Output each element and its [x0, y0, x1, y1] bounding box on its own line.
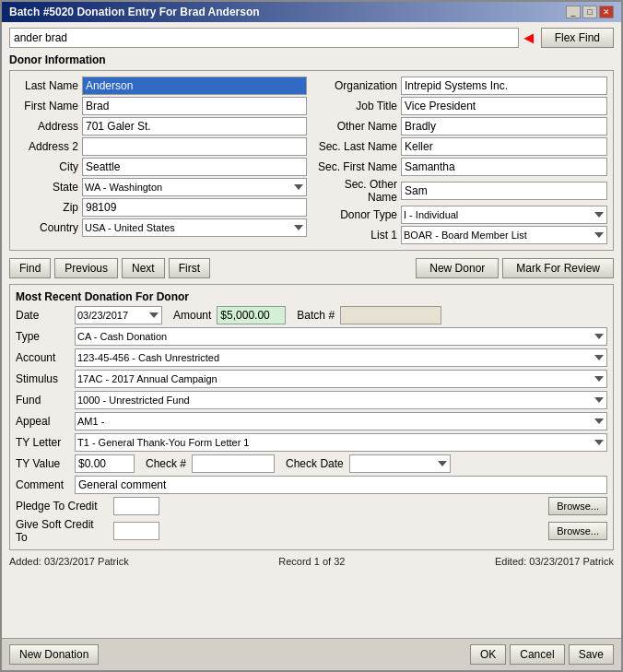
zip-row: Zip — [16, 198, 307, 217]
last-name-label: Last Name — [16, 79, 78, 92]
job-row: Job Title — [316, 97, 607, 115]
fund-label: Fund — [16, 394, 69, 407]
state-select[interactable]: WA - Washington — [82, 178, 307, 196]
org-input[interactable] — [401, 77, 607, 95]
sec-first-input[interactable] — [401, 158, 607, 176]
address2-input[interactable] — [82, 137, 307, 156]
maximize-button[interactable]: □ — [582, 6, 597, 18]
first-name-row: First Name — [16, 97, 307, 115]
sec-first-row: Sec. First Name — [316, 158, 607, 176]
donor-type-label: Donor Type — [316, 208, 397, 221]
type-row: Type CA - Cash Donation — [16, 327, 607, 346]
list1-row: List 1 BOAR - Board Member List — [316, 226, 607, 244]
title-bar: Batch #5020 Donation Entry For Brad Ande… — [2, 2, 621, 22]
date-label: Date — [16, 309, 69, 322]
sec-last-input[interactable] — [401, 137, 607, 156]
stimulus-select[interactable]: 17AC - 2017 Annual Campaign — [75, 370, 607, 388]
org-row: Organization — [316, 77, 607, 95]
mark-review-button[interactable]: Mark For Review — [502, 258, 614, 278]
edited-value: 03/23/2017 Patrick — [529, 556, 614, 567]
ty-value-input[interactable] — [75, 454, 135, 473]
soft-credit-input[interactable] — [113, 522, 159, 540]
comment-row: Comment — [16, 476, 607, 494]
job-input[interactable] — [401, 97, 607, 115]
stimulus-label: Stimulus — [16, 372, 69, 385]
soft-credit-row: Give Soft Credit To Browse... — [16, 518, 607, 544]
state-label: State — [16, 181, 78, 194]
minimize-button[interactable]: _ — [566, 6, 581, 18]
account-select[interactable]: 123-45-456 - Cash Unrestricted — [75, 348, 607, 367]
flex-find-button[interactable]: Flex Find — [541, 28, 614, 48]
type-label: Type — [16, 330, 69, 343]
donor-type-select[interactable]: I - Individual — [401, 206, 607, 224]
other-name-input[interactable] — [401, 117, 607, 136]
batch-label: Batch # — [297, 309, 335, 322]
ty-letter-select[interactable]: T1 - General Thank-You Form Letter 1 — [75, 433, 607, 452]
list1-label: List 1 — [316, 229, 397, 242]
country-row: Country USA - United States — [16, 218, 307, 237]
appeal-select[interactable]: AM1 - — [75, 412, 607, 430]
batch-input[interactable] — [340, 306, 441, 324]
title-bar-controls: _ □ ✕ — [566, 6, 614, 18]
first-name-input[interactable] — [82, 97, 307, 115]
list1-select[interactable]: BOAR - Board Member List — [401, 226, 607, 244]
org-label: Organization — [316, 79, 397, 92]
comment-input[interactable] — [75, 476, 607, 494]
save-button[interactable]: Save — [569, 644, 614, 665]
previous-button[interactable]: Previous — [54, 258, 118, 278]
new-donation-button[interactable]: New Donation — [9, 644, 99, 665]
state-row: State WA - Washington — [16, 178, 307, 196]
sec-other-label: Sec. Other Name — [316, 178, 397, 204]
main-window: Batch #5020 Donation Entry For Brad Ande… — [0, 0, 623, 672]
city-label: City — [16, 160, 78, 173]
donor-right-panel: Organization Job Title Other Name Sec. L… — [316, 77, 607, 244]
type-select[interactable]: CA - Cash Donation — [75, 327, 607, 346]
added-value: 03/23/2017 Patrick — [44, 556, 129, 567]
last-name-input[interactable] — [82, 77, 307, 95]
edited-label: Edited: — [495, 556, 526, 567]
address-label: Address — [16, 120, 78, 133]
record-info: Record 1 of 32 — [278, 556, 345, 567]
pledge-input[interactable] — [113, 497, 159, 515]
amount-input[interactable] — [217, 306, 286, 324]
account-label: Account — [16, 351, 69, 364]
ty-value-row: TY Value Check # Check Date — [16, 454, 607, 473]
comment-label: Comment — [16, 478, 69, 491]
bottom-bar: New Donation OK Cancel Save — [2, 638, 621, 670]
country-select[interactable]: USA - United States — [82, 218, 307, 237]
find-button[interactable]: Find — [9, 258, 51, 278]
bottom-right-buttons: OK Cancel Save — [470, 644, 614, 665]
last-name-row: Last Name — [16, 77, 307, 95]
donor-info-label: Donor Information — [9, 53, 614, 66]
next-button[interactable]: Next — [122, 258, 165, 278]
window-title: Batch #5020 Donation Entry For Brad Ande… — [9, 6, 260, 18]
cancel-button[interactable]: Cancel — [510, 644, 564, 665]
arrow-indicator: ◄ — [521, 29, 537, 48]
new-donor-button[interactable]: New Donor — [416, 258, 499, 278]
added-label: Added: — [9, 556, 41, 567]
nav-right: New Donor Mark For Review — [416, 258, 614, 278]
zip-label: Zip — [16, 201, 78, 214]
browse1-button[interactable]: Browse... — [548, 497, 607, 515]
soft-credit-label: Give Soft Credit To — [16, 518, 108, 544]
ok-button[interactable]: OK — [470, 644, 506, 665]
ty-value-label: TY Value — [16, 457, 69, 470]
date-select[interactable]: 03/23/2017 — [75, 306, 162, 324]
first-button[interactable]: First — [169, 258, 210, 278]
check-num-input[interactable] — [192, 454, 275, 473]
check-date-select[interactable] — [349, 454, 451, 473]
browse2-button[interactable]: Browse... — [548, 522, 607, 540]
city-input[interactable] — [82, 158, 307, 176]
first-name-label: First Name — [16, 100, 78, 112]
sec-other-input[interactable] — [401, 182, 607, 200]
zip-input[interactable] — [82, 198, 307, 217]
fund-row: Fund 1000 - Unrestricted Fund — [16, 391, 607, 409]
check-num-label: Check # — [146, 457, 186, 470]
address-input[interactable] — [82, 117, 307, 136]
country-label: Country — [16, 221, 78, 234]
search-input[interactable] — [9, 28, 519, 48]
nav-row: Find Previous Next First New Donor Mark … — [9, 258, 614, 278]
close-button[interactable]: ✕ — [599, 6, 614, 18]
fund-select[interactable]: 1000 - Unrestricted Fund — [75, 391, 607, 409]
main-content: ◄ Flex Find Donor Information Last Name … — [2, 22, 621, 638]
